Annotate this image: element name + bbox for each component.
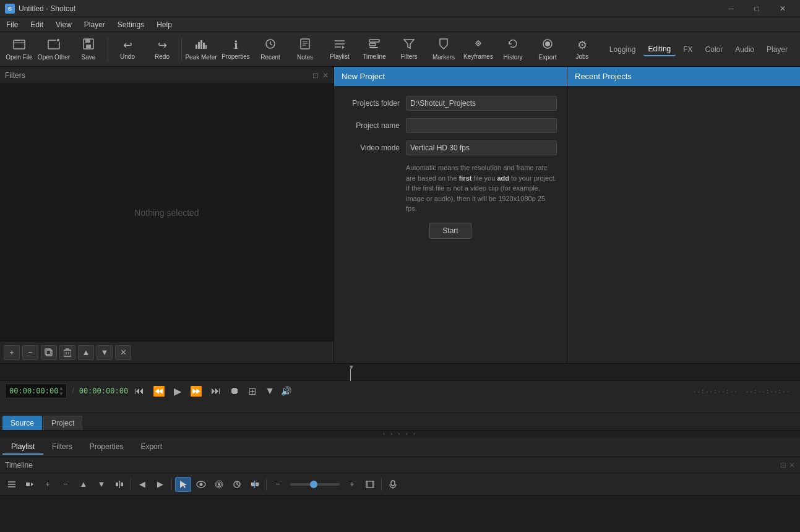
undo-button[interactable]: ↩ Undo	[111, 34, 144, 65]
svg-point-45	[200, 483, 203, 486]
video-mode-input[interactable]	[406, 140, 557, 155]
filter-add-btn[interactable]: +	[4, 345, 20, 360]
play-button[interactable]: ▶	[171, 384, 184, 398]
tl-append-btn[interactable]	[22, 477, 38, 492]
filter-delete-btn[interactable]	[59, 345, 75, 360]
keyframes-button[interactable]: Keyframes	[462, 34, 495, 65]
layout-color[interactable]: Color	[700, 43, 728, 56]
tl-lift-btn[interactable]: ▲	[75, 477, 92, 492]
tl-add-track-btn[interactable]: +	[40, 477, 56, 492]
zoom-slider-thumb[interactable]	[310, 481, 317, 488]
project-tab[interactable]: Project	[43, 416, 82, 430]
properties-button[interactable]: ℹ Properties	[219, 34, 252, 65]
peak-meter-button[interactable]: Peak Meter	[184, 34, 218, 65]
svg-rect-43	[121, 483, 123, 486]
scrub-arrow: ▼	[348, 364, 355, 371]
grid-options-button[interactable]: ▼	[262, 384, 277, 398]
open-other-icon	[48, 38, 60, 53]
panel-tab-export[interactable]: Export	[132, 440, 171, 455]
recent-button[interactable]: Recent	[254, 34, 287, 65]
source-tab[interactable]: Source	[2, 416, 42, 430]
menu-edit[interactable]: Edit	[24, 17, 49, 32]
maximize-button[interactable]: □	[744, 0, 769, 17]
start-button[interactable]: Start	[429, 223, 471, 239]
project-name-input[interactable]	[406, 118, 557, 133]
layout-player[interactable]: Player	[762, 43, 793, 56]
layout-editing[interactable]: Editing	[643, 43, 676, 56]
tl-snap-btn[interactable]	[247, 477, 263, 492]
preview-area: Nothing selected	[0, 84, 333, 341]
filters-close-icon[interactable]: ✕	[322, 71, 329, 80]
timeline-scrub[interactable]: ▼	[0, 364, 800, 381]
jobs-button[interactable]: ⚙ Jobs	[566, 34, 599, 65]
tl-sep-3	[266, 478, 267, 491]
timeline-resize-icon[interactable]: ⊡	[780, 461, 786, 470]
skip-to-end-button[interactable]: ⏭	[209, 384, 223, 398]
layout-fx[interactable]: FX	[678, 43, 697, 56]
layout-logging[interactable]: Logging	[604, 43, 641, 56]
filters-button[interactable]: Filters	[392, 34, 426, 65]
svg-point-3	[57, 39, 59, 41]
tl-prev-btn[interactable]: ◀	[134, 477, 150, 492]
tl-zoom-out-btn[interactable]: −	[270, 477, 286, 492]
notes-button[interactable]: Notes	[288, 34, 322, 65]
svg-rect-30	[46, 350, 52, 356]
history-icon	[507, 38, 518, 53]
tl-zoom-in-btn[interactable]: +	[344, 477, 360, 492]
menu-view[interactable]: View	[49, 17, 78, 32]
menu-file[interactable]: File	[0, 17, 24, 32]
filter-copy-btn[interactable]	[41, 345, 57, 360]
panel-tab-filters[interactable]: Filters	[43, 440, 81, 455]
save-button[interactable]: Save	[72, 34, 105, 65]
rewind-button[interactable]: ⏪	[150, 384, 168, 398]
panel-tab-properties[interactable]: Properties	[81, 440, 132, 455]
filters-resize-icon[interactable]: ⊡	[312, 71, 319, 80]
playlist-button[interactable]: Playlist	[323, 34, 356, 65]
filter-up-btn[interactable]: ▲	[78, 345, 94, 360]
filter-down-btn[interactable]: ▼	[97, 345, 113, 360]
menu-player[interactable]: Player	[78, 17, 111, 32]
svg-rect-13	[301, 39, 309, 49]
svg-rect-21	[369, 40, 379, 42]
filter-clear-btn[interactable]: ✕	[115, 345, 131, 360]
tl-select-btn[interactable]	[175, 477, 191, 492]
export-button[interactable]: Export	[531, 34, 564, 65]
timeline-close-icon[interactable]: ✕	[789, 461, 795, 470]
projects-folder-input[interactable]	[406, 96, 557, 111]
timecode-current[interactable]: 00:00:00:00 ▲▼	[5, 384, 67, 398]
grid-button[interactable]: ⊞	[246, 384, 259, 398]
zoom-slider[interactable]	[290, 483, 340, 486]
tl-hide-btn[interactable]	[193, 477, 209, 492]
open-file-button[interactable]: Open File	[2, 34, 36, 65]
close-button[interactable]: ✕	[770, 0, 795, 17]
panel-tab-playlist[interactable]: Playlist	[2, 440, 43, 455]
toolbar: Open File Open Other Save ↩ Undo ↪ Redo …	[0, 32, 800, 67]
svg-rect-53	[256, 483, 259, 486]
minimize-button[interactable]: ─	[718, 0, 743, 17]
tl-menu-btn[interactable]	[4, 477, 20, 492]
tl-split-btn[interactable]	[111, 477, 127, 492]
record-button[interactable]: ⏺	[227, 384, 242, 398]
tl-overwrite-btn[interactable]: ▼	[93, 477, 110, 492]
menu-help[interactable]: Help	[150, 17, 178, 32]
tl-zoom-fit-btn[interactable]	[362, 477, 378, 492]
menu-settings[interactable]: Settings	[111, 17, 150, 32]
tl-next-btn[interactable]: ▶	[152, 477, 168, 492]
filter-remove-btn[interactable]: −	[22, 345, 38, 360]
tl-ripple-btn[interactable]	[211, 477, 227, 492]
history-button[interactable]: History	[496, 34, 530, 65]
timecode-spinner[interactable]: ▲▼	[59, 385, 62, 397]
tl-mic-btn[interactable]	[385, 477, 401, 492]
open-other-button[interactable]: Open Other	[37, 34, 71, 65]
skip-to-start-button[interactable]: ⏮	[132, 384, 147, 398]
markers-button[interactable]: Markers	[427, 34, 460, 65]
layout-audio[interactable]: Audio	[730, 43, 759, 56]
tl-scrub-btn[interactable]	[229, 477, 245, 492]
timeline-button[interactable]: Timeline	[358, 34, 391, 65]
peak-meter-label: Peak Meter	[185, 54, 217, 61]
redo-button[interactable]: ↪ Redo	[145, 34, 179, 65]
fast-forward-button[interactable]: ⏩	[187, 384, 205, 398]
tl-remove-track-btn[interactable]: −	[58, 477, 74, 492]
filters-title: Filters	[5, 71, 25, 80]
markers-label: Markers	[432, 54, 455, 61]
